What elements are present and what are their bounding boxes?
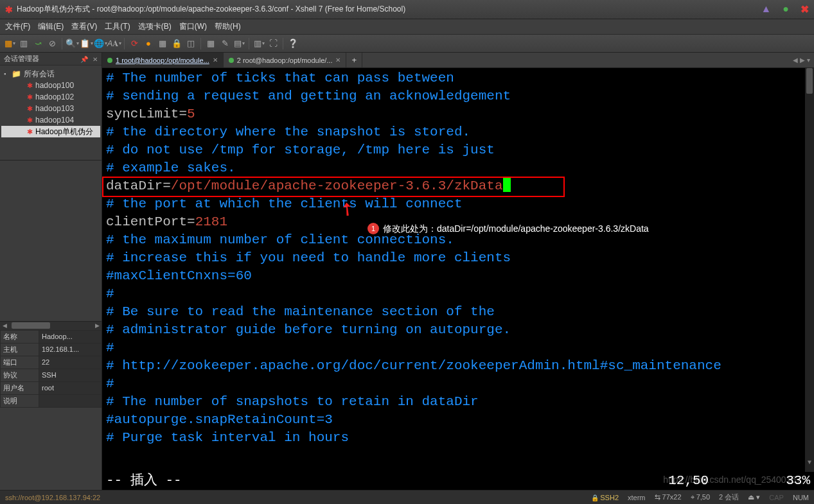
tab-label: 1 root@hadoop:/opt/module... bbox=[116, 56, 209, 64]
scroll-left-icon[interactable]: ◀ bbox=[0, 322, 9, 329]
sidebar-scrollbar[interactable]: ◀ ▶ bbox=[0, 321, 102, 330]
menu-view[interactable]: 查看(V) bbox=[71, 21, 97, 32]
menu-bar: 文件(F) 编辑(E) 查看(V) 工具(T) 选项卡(B) 窗口(W) 帮助(… bbox=[0, 19, 814, 35]
highlight-box bbox=[102, 177, 565, 197]
prop-key: 用户名 bbox=[1, 381, 39, 394]
split-button[interactable]: ▥ bbox=[253, 38, 265, 49]
tree-root[interactable]: ▪ 📁 所有会话 bbox=[1, 68, 100, 80]
maximize-icon[interactable]: ● bbox=[783, 3, 789, 15]
menu-tools[interactable]: 工具(T) bbox=[105, 21, 130, 32]
tool4-button[interactable]: ◫ bbox=[185, 38, 197, 49]
open-button[interactable]: ▥ bbox=[18, 38, 30, 49]
terminal-line: syncLimit=5 bbox=[106, 105, 810, 123]
tool1-button[interactable]: ⟳ bbox=[128, 38, 140, 49]
menu-edit[interactable]: 编辑(E) bbox=[38, 21, 64, 32]
session-tab-active[interactable]: 1 root@hadoop:/opt/module... ✕ bbox=[102, 53, 224, 67]
terminal-line: # bbox=[106, 375, 810, 393]
reconnect-button[interactable]: ⤻ bbox=[32, 38, 44, 49]
status-ssh: SSH2 bbox=[591, 494, 619, 501]
prop-key: 说明 bbox=[1, 394, 39, 407]
session-tab[interactable]: 2 root@hadoop:/opt/module/... ✕ bbox=[224, 53, 347, 67]
fullscreen-button[interactable]: ⛶ bbox=[267, 38, 279, 49]
properties-panel: 名称Hadoop... 主机192.168.1... 端口22 协议SSH 用户… bbox=[0, 330, 102, 491]
terminal-line: # increase this if you need to handle mo… bbox=[106, 249, 810, 267]
scroll-right-icon[interactable]: ▶ bbox=[93, 322, 102, 329]
session-item-selected[interactable]: ✱Hadoop单机伪分 bbox=[1, 126, 100, 137]
session-tree: ▪ 📁 所有会话 ✱hadoop100 ✱hadoop102 ✱hadoop10… bbox=[0, 65, 102, 161]
main-area: 1 root@hadoop:/opt/module... ✕ 2 root@ha… bbox=[102, 53, 814, 490]
terminal-line: # http://zookeeper.apache.org/doc/curren… bbox=[106, 357, 810, 375]
status-eject[interactable]: ⏏ ▾ bbox=[748, 493, 760, 501]
vim-status-line: -- 插入 -- 12,50 33% bbox=[102, 472, 814, 490]
terminal-line: # Be sure to read the maintenance sectio… bbox=[106, 303, 810, 321]
menu-help[interactable]: 帮助(H) bbox=[215, 21, 241, 32]
tab-close-icon[interactable]: ✕ bbox=[335, 56, 341, 64]
status-bar: ssh://root@192.168.137.94:22 SSH2 xterm … bbox=[0, 490, 814, 504]
help-button[interactable]: ❔ bbox=[287, 38, 299, 49]
menu-file[interactable]: 文件(F) bbox=[5, 21, 30, 32]
terminal-scrollbar[interactable]: ▲ ▼ bbox=[805, 68, 814, 472]
terminal-line: # bbox=[106, 339, 810, 357]
status-connection: ssh://root@192.168.137.94:22 bbox=[5, 494, 100, 501]
tab-close-icon[interactable]: ✕ bbox=[213, 56, 218, 64]
terminal-line: # example sakes. bbox=[106, 159, 810, 177]
tool3-button[interactable]: ▦ bbox=[157, 38, 168, 49]
minimize-icon[interactable]: ▲ bbox=[761, 3, 771, 15]
session-item[interactable]: ✱hadoop100 bbox=[1, 80, 100, 91]
close-icon[interactable]: ✖ bbox=[801, 3, 809, 15]
menu-window[interactable]: 窗口(W) bbox=[179, 21, 207, 32]
highlight-button[interactable]: ✎ bbox=[219, 38, 231, 49]
terminal-line: #maxClientCnxns=60 bbox=[106, 267, 810, 285]
session-icon: ✱ bbox=[27, 82, 33, 90]
status-size: ⇆ 77x22 bbox=[655, 493, 682, 501]
tree-root-label: 所有会话 bbox=[24, 69, 55, 80]
session-icon: ✱ bbox=[27, 105, 33, 113]
scrollbar-thumb[interactable] bbox=[12, 322, 50, 329]
status-dot-icon bbox=[229, 58, 234, 63]
app-icon: ✱ bbox=[5, 4, 13, 15]
tab-scroll-controls[interactable]: ◀ ▶ ▾ bbox=[789, 53, 814, 67]
tab-strip: 1 root@hadoop:/opt/module... ✕ 2 root@ha… bbox=[102, 53, 814, 68]
add-tab-button[interactable]: + bbox=[346, 53, 362, 67]
session-item[interactable]: ✱hadoop102 bbox=[1, 91, 100, 103]
status-cap: CAP bbox=[769, 494, 784, 501]
terminal-line: # administrator guide before turning on … bbox=[106, 321, 810, 339]
scroll-down-icon[interactable]: ▼ bbox=[805, 454, 814, 472]
prop-value bbox=[39, 394, 102, 407]
prop-key: 主机 bbox=[1, 343, 39, 356]
status-num: NUM bbox=[793, 494, 809, 501]
status-term: xterm bbox=[628, 494, 646, 501]
copy-button[interactable]: 📋 bbox=[80, 38, 92, 49]
vim-position: 12,50 bbox=[668, 472, 709, 490]
tool2-button[interactable]: ● bbox=[143, 38, 154, 49]
disconnect-button[interactable]: ⊘ bbox=[46, 38, 58, 49]
session-panel-title: 会话管理器 bbox=[4, 54, 78, 64]
title-bar: ✱ Hadoop单机伪分布式 - root@hadoop:/opt/module… bbox=[0, 0, 814, 19]
scrollbar-thumb[interactable] bbox=[806, 68, 813, 94]
layout1-button[interactable]: ▦ bbox=[205, 38, 217, 49]
session-item[interactable]: ✱hadoop103 bbox=[1, 103, 100, 114]
disclosure-icon[interactable]: ▪ bbox=[4, 71, 10, 77]
tab-label: 2 root@hadoop:/opt/module/... bbox=[237, 56, 333, 64]
font-button[interactable]: A𝐀 bbox=[109, 38, 120, 49]
prop-value: SSH bbox=[39, 369, 102, 381]
session-icon: ✱ bbox=[27, 93, 33, 101]
palette-button[interactable]: ▤ bbox=[233, 38, 245, 49]
annotation-text: 修改此处为：dataDir=/opt/module/apache-zookeep… bbox=[383, 220, 649, 238]
session-panel-header: 会话管理器 📌 ✕ bbox=[0, 53, 102, 65]
vim-percent: 33% bbox=[786, 472, 810, 490]
toolbar: ▦ ▥ ⤻ ⊘ 🔍 📋 🌐 A𝐀 ⟳ ● ▦ 🔒 ◫ ▦ ✎ ▤ ▥ ⛶ ❔ bbox=[0, 35, 814, 53]
terminal-line: # sending a request and getting an ackno… bbox=[106, 87, 810, 105]
encoding-button[interactable]: 🌐 bbox=[94, 38, 106, 49]
terminal[interactable]: # The number of ticks that can pass betw… bbox=[102, 68, 814, 490]
new-session-button[interactable]: ▦ bbox=[4, 38, 15, 49]
terminal-line: # The number of snapshots to retain in d… bbox=[106, 393, 810, 411]
search-button[interactable]: 🔍 bbox=[66, 38, 78, 49]
panel-close-icon[interactable]: ✕ bbox=[93, 56, 98, 63]
session-icon: ✱ bbox=[27, 116, 33, 125]
lock-icon[interactable]: 🔒 bbox=[171, 38, 182, 49]
session-item[interactable]: ✱hadoop104 bbox=[1, 114, 100, 126]
pin-icon[interactable]: 📌 bbox=[80, 56, 88, 63]
terminal-line: # do not use /tmp for storage, /tmp here… bbox=[106, 141, 810, 159]
menu-tabs[interactable]: 选项卡(B) bbox=[138, 21, 172, 32]
